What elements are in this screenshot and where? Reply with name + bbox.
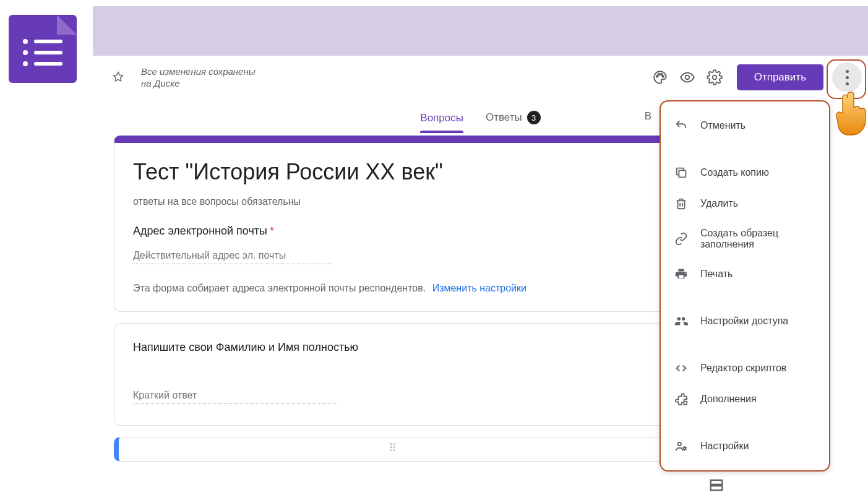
email-field[interactable] <box>133 248 331 264</box>
star-icon[interactable] <box>111 71 125 84</box>
svg-point-0 <box>656 75 658 77</box>
toolbar: Все изменения сохранены на Диске Отправи… <box>93 56 868 99</box>
answers-count-badge: 3 <box>527 111 541 124</box>
menu-collaborators[interactable]: Настройки доступа <box>661 306 829 337</box>
form-description[interactable]: ответы на все вопросы обязательны <box>133 196 649 207</box>
short-answer-field <box>133 387 337 404</box>
svg-point-3 <box>662 75 664 77</box>
svg-rect-10 <box>711 486 723 490</box>
svg-point-1 <box>658 74 660 75</box>
pointer-hand-icon <box>833 89 868 139</box>
menu-preferences[interactable]: Настройки <box>661 431 829 462</box>
svg-rect-6 <box>679 170 685 177</box>
email-note: Эта форма собирает адреса электронной по… <box>133 283 649 294</box>
svg-point-8 <box>684 447 686 450</box>
cut-text: В <box>645 110 651 123</box>
menu-script-editor[interactable]: Редактор скриптов <box>661 353 829 384</box>
tab-answers[interactable]: Ответы 3 <box>486 111 541 133</box>
menu-addons[interactable]: Дополнения <box>661 384 829 415</box>
change-settings-link[interactable]: Изменить настройки <box>432 283 526 293</box>
drag-handle-icon[interactable]: ⠿ <box>389 441 398 461</box>
form-area: Тест "История России XX век" ответы на в… <box>114 136 668 473</box>
question-card-active[interactable]: ⠿ <box>114 437 668 462</box>
svg-rect-9 <box>711 480 723 485</box>
menu-delete[interactable]: Удалить <box>661 188 829 219</box>
menu-copy[interactable]: Создать копию <box>661 157 829 188</box>
more-menu-button[interactable] <box>832 62 862 92</box>
svg-point-4 <box>685 75 689 80</box>
svg-point-7 <box>678 442 682 446</box>
question-card-1[interactable]: Напишите свои Фамилию и Имя полностью <box>114 323 668 426</box>
header-banner <box>93 6 868 56</box>
more-menu-dropdown: Отменить Создать копию Удалить Создать о… <box>660 100 830 472</box>
forms-app-logo <box>9 15 77 83</box>
menu-print[interactable]: Печать <box>661 259 829 290</box>
save-status: Все изменения сохранены на Диске <box>141 66 256 90</box>
preview-icon[interactable] <box>674 64 701 91</box>
menu-prefill[interactable]: Создать образец заполнения <box>661 219 829 259</box>
gear-icon[interactable] <box>701 64 728 91</box>
svg-point-5 <box>712 75 716 80</box>
menu-undo[interactable]: Отменить <box>661 110 829 141</box>
tab-questions[interactable]: Вопросы <box>420 112 463 133</box>
layout-icon[interactable] <box>708 476 725 496</box>
svg-point-2 <box>661 74 663 75</box>
email-label: Адрес электронной почты* <box>133 225 649 238</box>
form-title[interactable]: Тест "История России XX век" <box>133 159 649 185</box>
send-button[interactable]: Отправить <box>737 64 823 90</box>
form-header-card[interactable]: Тест "История России XX век" ответы на в… <box>114 136 668 312</box>
palette-icon[interactable] <box>647 64 674 91</box>
question-title[interactable]: Напишите свои Фамилию и Имя полностью <box>133 341 649 354</box>
